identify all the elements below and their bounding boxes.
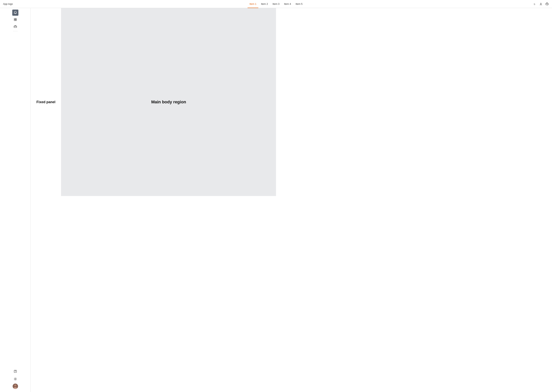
svg-rect-5 xyxy=(14,26,16,28)
svg-rect-3 xyxy=(14,20,15,21)
main-body: Main body region xyxy=(61,8,276,196)
sidebar-top xyxy=(0,10,30,32)
svg-rect-4 xyxy=(15,20,16,21)
sidebar-item-grid[interactable] xyxy=(12,16,18,23)
topbar: App logo Item 1 Item 2 Item 3 Item 4 Ite… xyxy=(0,0,276,8)
sidebar xyxy=(0,8,31,196)
top-nav: Item 1 Item 2 Item 3 Item 4 Item 5 xyxy=(248,0,276,8)
sidebar-divider xyxy=(13,31,18,31)
app-logo: App logo xyxy=(3,2,13,5)
sidebar-item-bell[interactable] xyxy=(12,10,18,16)
svg-rect-2 xyxy=(15,18,16,19)
sidebar-item-briefcase[interactable] xyxy=(12,23,18,29)
main-layout: Fixed panel Main body region xyxy=(0,8,276,196)
fixed-panel: Fixed panel xyxy=(31,8,61,196)
fixed-panel-label: Fixed panel xyxy=(36,100,55,104)
nav-item-2[interactable]: Item 2 xyxy=(259,0,270,8)
nav-item-3[interactable]: Item 3 xyxy=(271,0,276,8)
main-body-label: Main body region xyxy=(151,99,186,105)
nav-item-1[interactable]: Item 1 xyxy=(248,0,258,8)
svg-rect-1 xyxy=(14,18,15,19)
